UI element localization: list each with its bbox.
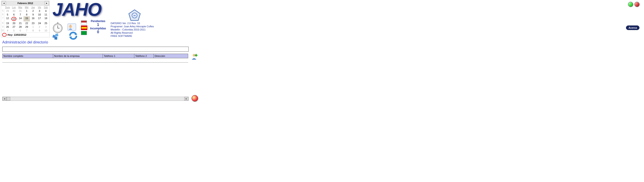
calendar-week-num: 10 <box>1 29 4 32</box>
calendar-day[interactable]: 28 <box>17 25 24 29</box>
pending-value: 1 <box>90 23 106 27</box>
status-counters: Pendientes 1 Incumplidas 0 <box>90 19 106 34</box>
flag-us-icon[interactable] <box>81 20 87 25</box>
calendar-week-num: 8 <box>1 21 4 25</box>
svg-rect-12 <box>55 33 58 37</box>
stopwatch-icon[interactable] <box>51 21 64 33</box>
table-header-tel1[interactable]: Teléfono 1 <box>103 54 134 58</box>
scroll-track[interactable] <box>10 97 184 100</box>
directory-table: Nombre completo Nombre de la empresa Tel… <box>2 54 188 63</box>
calendar-day[interactable]: 30 <box>11 9 17 13</box>
calendar-day[interactable]: 27 <box>11 25 17 29</box>
calendar-day[interactable]: 10 <box>43 29 49 32</box>
incumplidas-label: Incumplidas <box>90 27 106 30</box>
calendar-day[interactable]: 25 <box>43 21 49 25</box>
calendar-day[interactable]: 7 <box>17 13 24 16</box>
svg-rect-13 <box>54 37 57 40</box>
status-dot-red[interactable] <box>634 2 640 7</box>
svg-rect-18 <box>195 55 198 56</box>
refresh-icon[interactable] <box>67 30 79 41</box>
table-header-empresa[interactable]: Nombre de la empresa <box>53 54 103 58</box>
calendar-day[interactable]: 12 <box>4 16 11 21</box>
calendar-day[interactable]: 1 <box>30 25 36 29</box>
calendar-prev-button[interactable]: ◄ <box>2 1 6 5</box>
info-version: DATERIO Ver. 2.0 Rev. 10 <box>110 22 154 25</box>
info-free: FREE SOFTWARE <box>110 34 154 38</box>
status-dots <box>628 2 640 7</box>
calendar-week-num: 6 <box>1 13 4 16</box>
table-header-nombre[interactable]: Nombre completo <box>2 54 53 58</box>
calendar-day[interactable]: 29 <box>4 9 11 13</box>
scroll-thumb[interactable] <box>6 97 10 100</box>
calendar-day[interactable]: 11 <box>43 13 49 16</box>
calendar-today-label: Hoy: 13/02/2012 <box>8 33 26 36</box>
action-red-ball-button[interactable] <box>192 95 198 101</box>
calendar-title: Febrero 2012 <box>18 2 33 4</box>
incumplidas-value: 0 <box>90 30 106 34</box>
calendar-day[interactable]: 4 <box>43 9 49 13</box>
calendar-day[interactable]: 31 <box>17 9 24 13</box>
scroll-right-button[interactable]: ► <box>184 97 188 100</box>
calendar-day[interactable]: 29 <box>24 25 30 29</box>
today-ring-icon <box>2 33 6 37</box>
calendar-day[interactable]: 16 <box>30 16 36 21</box>
svg-point-10 <box>70 25 72 26</box>
calendar-day[interactable]: 7 <box>24 29 30 32</box>
calendar-day[interactable]: 9 <box>30 13 36 16</box>
calendar-day[interactable]: 2 <box>36 25 43 29</box>
calendar-day[interactable]: 14 <box>17 16 24 21</box>
horizontal-scrollbar[interactable]: ◄ ► <box>2 97 188 101</box>
calendar-day[interactable]: 5 <box>4 13 11 16</box>
calendar-day[interactable]: 18 <box>43 16 49 21</box>
calendar-week-num: 5 <box>1 9 4 13</box>
calendar-day[interactable]: 19 <box>4 21 11 25</box>
calendar-today-link[interactable]: Hoy: 13/02/2012 <box>1 32 50 37</box>
table-header-tel2[interactable]: Teléfono 2 <box>134 54 154 58</box>
calendar-day[interactable]: 10 <box>36 13 43 16</box>
search-input[interactable] <box>2 47 188 51</box>
calendar-dow: Sáb <box>43 6 49 9</box>
calendar-dow: Vie <box>36 6 43 9</box>
calendar-day[interactable]: 26 <box>4 25 11 29</box>
calendar-day[interactable]: 8 <box>30 29 36 32</box>
calendar-grid: Dom Lun Mar Mié Jue Vie Sáb 5 29 30 31 1… <box>1 6 50 32</box>
calendar-day-selected[interactable]: 15 <box>24 16 30 21</box>
calendar-day[interactable]: 9 <box>36 29 43 32</box>
calendar-day[interactable]: 6 <box>17 29 24 32</box>
calendar-dow: Jue <box>30 6 36 9</box>
calendar-day[interactable]: 3 <box>36 9 43 13</box>
calendar-day[interactable]: 8 <box>24 13 30 16</box>
add-user-button[interactable] <box>191 53 198 61</box>
flag-br-icon[interactable] <box>81 31 87 35</box>
logo-badge-icon: H <box>126 9 142 23</box>
search-box <box>2 47 188 52</box>
calendar-next-button[interactable]: ► <box>45 1 49 5</box>
calendar-day[interactable]: 6 <box>11 13 17 16</box>
about-button[interactable]: Acerca <box>626 25 640 30</box>
calendar-day[interactable]: 4 <box>4 29 11 32</box>
language-flags <box>81 20 87 35</box>
flag-es-icon[interactable] <box>81 25 87 30</box>
cubes-icon[interactable] <box>51 32 63 41</box>
calendar-day[interactable]: 22 <box>24 21 30 25</box>
calendar-day[interactable]: 21 <box>17 21 24 25</box>
svg-text:H: H <box>134 14 136 17</box>
calendar-day[interactable]: 20 <box>11 21 17 25</box>
calendar-week-num: 9 <box>1 25 4 29</box>
scroll-left-button[interactable]: ◄ <box>2 97 6 100</box>
calendar-day[interactable]: 24 <box>36 21 43 25</box>
calendar-day[interactable]: 23 <box>30 21 36 25</box>
calendar-header: ◄ Febrero 2012 ► <box>1 1 50 6</box>
calendar-day[interactable]: 2 <box>30 9 36 13</box>
calendar-day[interactable]: 1 <box>24 9 30 13</box>
status-dot-green[interactable] <box>628 2 633 7</box>
info-rights: All Rights Reserved <box>110 31 154 34</box>
table-header-direccion[interactable]: Dirección <box>154 54 188 58</box>
calendar-day[interactable]: 17 <box>36 16 43 21</box>
calendar-day[interactable]: 5 <box>11 29 17 32</box>
calendar-day[interactable]: 3 <box>43 25 49 29</box>
calendar-widget: ◄ Febrero 2012 ► Dom Lun Mar Mié Jue Vie… <box>1 1 50 37</box>
calendar-week-num: 7 <box>1 16 4 21</box>
calendar-dow: Mié <box>24 6 30 9</box>
calendar-day-today[interactable]: 13 <box>11 16 17 21</box>
